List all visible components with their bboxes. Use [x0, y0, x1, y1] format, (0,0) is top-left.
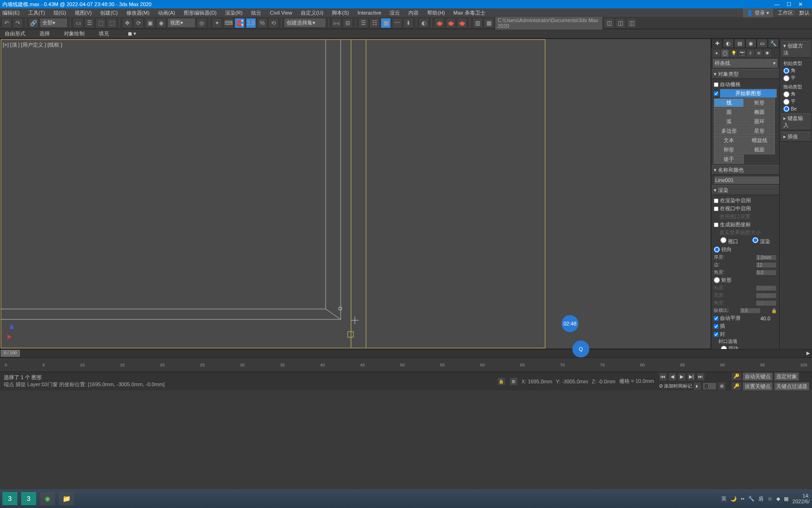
tray-icon2[interactable]: •• — [741, 496, 744, 501]
snap-toggle-btn[interactable]: 🧲 — [234, 18, 245, 28]
menu-xuanyun[interactable]: 炫云 — [251, 9, 261, 16]
create-tab[interactable]: ✚ — [711, 39, 723, 48]
section-btn[interactable]: 截面 — [744, 145, 774, 154]
pivot-btn[interactable]: ◎ — [196, 18, 207, 28]
window-crossing-btn[interactable]: ⬚ — [107, 18, 117, 28]
undo-btn[interactable]: ↶ — [1, 18, 12, 28]
prev-frame-btn[interactable]: ◀ — [668, 373, 677, 381]
ngon-btn[interactable]: 多边形 — [714, 127, 744, 135]
shapes-subtab[interactable]: ◯ — [721, 49, 729, 57]
rollout-rendering[interactable]: ▾ 渲染 — [711, 185, 779, 195]
spinner-snap-btn[interactable]: ⟲ — [268, 18, 279, 28]
enable-render-checkbox[interactable] — [714, 198, 718, 203]
menu-tools[interactable]: 工具(T) — [28, 9, 45, 16]
select-region-btn[interactable]: ⬚ — [95, 18, 106, 28]
line-btn[interactable]: 线 — [714, 98, 744, 107]
timeline-ruler[interactable]: 0 5 10 15 20 25 30 35 40 45 50 55 60 65 … — [0, 357, 812, 372]
menu-edit[interactable]: 编辑(E) — [2, 9, 20, 16]
ime-indicator[interactable]: 英 — [721, 495, 726, 502]
modify-tab[interactable]: ◐ — [723, 39, 734, 48]
menu-group[interactable]: 组(G) — [54, 9, 66, 16]
tray-icon5[interactable]: ☺ — [767, 496, 773, 501]
key-mode-btn[interactable]: ⏵ — [693, 382, 702, 390]
keyfilter-btn[interactable]: 关键点过滤器 — [774, 382, 810, 391]
recording-bubble[interactable]: 02:48 — [562, 315, 578, 332]
initial-corner-radio[interactable] — [783, 68, 789, 74]
render-setup-btn[interactable]: 🫖 — [434, 18, 445, 28]
abs-transform-btn[interactable]: ⊞ — [509, 377, 518, 386]
rollout-keyboard-entry[interactable]: ▸ 键盘输入 — [781, 113, 811, 130]
named-selection-combo[interactable]: 创建选择集 ▾ — [284, 18, 326, 28]
ellipse-btn[interactable]: 椭圆 — [744, 108, 774, 117]
selected-obj-combo[interactable]: 选定对象 — [774, 372, 799, 381]
tray-icon1[interactable]: 🌙 — [730, 496, 737, 502]
clock-date[interactable]: 2022/6/ — [792, 499, 810, 504]
rotate-btn[interactable]: ⟳ — [133, 18, 144, 28]
arc-btn[interactable]: 弧 — [714, 117, 744, 126]
coord-y[interactable]: Y: -3005.0mm — [556, 379, 588, 384]
menu-views[interactable]: 视图(V) — [75, 9, 92, 16]
startnewshape-checkbox[interactable] — [714, 91, 718, 96]
rollout-objecttype[interactable]: ▾ 对象类型 — [711, 69, 779, 79]
curve-editor-btn[interactable]: 〰 — [392, 18, 402, 28]
tray-icon6[interactable]: ◆ — [776, 496, 780, 502]
move-btn[interactable]: ✥ — [122, 18, 133, 28]
extra-btn2[interactable]: ◫ — [615, 18, 625, 28]
freehand-btn[interactable]: 徒手 — [714, 155, 744, 164]
select-name-btn[interactable]: ☰ — [84, 18, 94, 28]
tray-icon4[interactable]: 盾 — [758, 495, 764, 502]
time-slider[interactable]: 0 / 100 ▶ — [0, 349, 812, 357]
motion-tab[interactable]: ◉ — [745, 39, 757, 48]
rollout-namecolor[interactable]: ▾ 名称和颜色 — [711, 165, 779, 175]
render-radio[interactable] — [752, 237, 758, 243]
radial-radio[interactable] — [714, 246, 720, 253]
viewport[interactable]: [+] [顶 ] [用户定义 ] [线框 ] ▲▸ — [0, 39, 711, 349]
menu-help[interactable]: 帮助(H) — [427, 9, 445, 16]
add-time-tag[interactable]: 添加时间标记 — [664, 383, 692, 389]
render-frame-btn[interactable]: 🫖 — [445, 18, 456, 28]
task-3dsmax1[interactable]: 3 — [2, 492, 17, 505]
placement-btn[interactable]: ◉ — [156, 18, 166, 28]
sides-spinner[interactable]: 12 — [756, 262, 777, 268]
ribbon-toggle-btn[interactable]: ▦ — [381, 18, 391, 28]
rollout-interpolation[interactable]: ▸ 插值 — [781, 132, 811, 142]
menu-xuanyun2[interactable]: 渲云 — [390, 9, 400, 16]
menu-modifiers[interactable]: 修改器(M) — [126, 9, 150, 16]
lock-selection-btn[interactable]: 🔒 — [497, 377, 506, 386]
rect-radio[interactable] — [714, 277, 720, 283]
time-slider-handle[interactable]: 0 / 100 — [1, 350, 20, 357]
workspace-value[interactable]: 默认 — [799, 9, 810, 16]
angle-spinner[interactable]: 0.0 — [756, 270, 777, 276]
thickness-spinner[interactable]: 1.0mm — [756, 254, 777, 261]
extra-btn1[interactable]: ◫ — [604, 18, 614, 28]
lights-subtab[interactable]: 💡 — [729, 49, 738, 57]
batch-btn[interactable]: ▦ — [484, 18, 494, 28]
viewport-radio[interactable] — [720, 237, 726, 243]
menu-create[interactable]: 创建(C) — [100, 9, 117, 16]
menu-scripting[interactable]: 脚本(S) — [332, 9, 349, 16]
setkey-btn[interactable]: 设置关键点 — [742, 382, 773, 391]
circle-btn[interactable]: 圆 — [714, 108, 744, 117]
spacewarps-subtab[interactable]: ≋ — [755, 49, 763, 57]
enable-viewport-checkbox[interactable] — [714, 206, 718, 211]
next-frame-btn[interactable]: ▶| — [687, 373, 695, 381]
angle-snap-btn[interactable]: 2.5 — [246, 18, 256, 28]
interp-checkbox[interactable] — [714, 324, 718, 329]
menu-customize[interactable]: 自定义(U) — [301, 9, 323, 16]
task-3dsmax2[interactable]: 3 — [21, 492, 36, 505]
align-btn[interactable]: ⊟ — [343, 18, 353, 28]
mirror-btn[interactable]: ▹◃ — [331, 18, 342, 28]
ref-coord-combo[interactable]: 视图 ▾ — [167, 18, 195, 28]
autosmooth-checkbox[interactable] — [714, 316, 718, 321]
aspect-spinner[interactable]: 3.0 — [740, 308, 761, 314]
drag-bezier-radio[interactable] — [783, 106, 789, 112]
render-btn[interactable]: 🫖 — [457, 18, 467, 28]
menu-content[interactable]: 内容 — [408, 9, 419, 16]
menu-rendering[interactable]: 渲染(R) — [225, 9, 242, 16]
play-btn[interactable]: ▶ — [678, 373, 686, 381]
task-browser[interactable]: ◉ — [40, 492, 55, 505]
star-btn[interactable]: 星形 — [744, 127, 774, 135]
layer2-btn[interactable]: ☷ — [369, 18, 380, 28]
login-box[interactable]: 👤 登录 ▾ — [743, 8, 773, 17]
autogrid-checkbox[interactable] — [714, 82, 718, 87]
